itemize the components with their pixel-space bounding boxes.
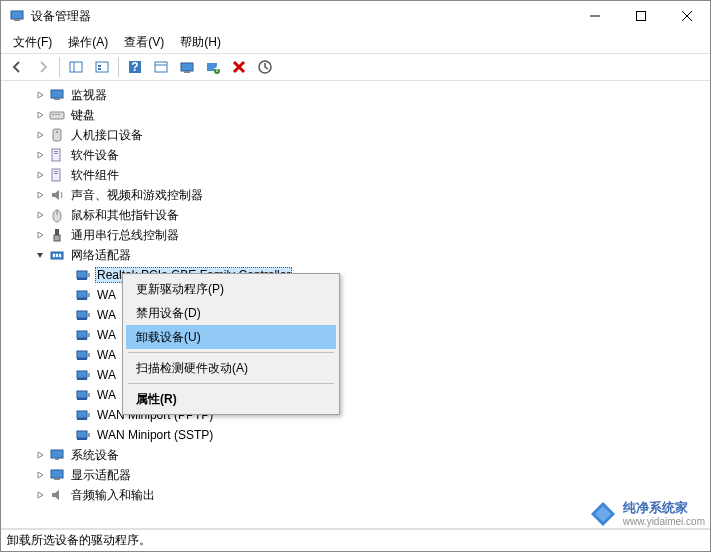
context-menu-item[interactable]: 禁用设备(D) xyxy=(126,301,336,325)
properties-button[interactable] xyxy=(149,55,173,79)
tree-item[interactable]: 人机接口设备 xyxy=(5,125,710,145)
svg-rect-10 xyxy=(98,68,101,70)
tree-item[interactable]: Realtek PCIe GBE Family Controller xyxy=(5,265,710,285)
context-menu-item[interactable]: 卸载设备(U) xyxy=(126,325,336,349)
tree-item-label: 显示适配器 xyxy=(69,466,133,485)
svg-rect-34 xyxy=(52,169,60,181)
watermark: 纯净系统家 www.yidaimei.com xyxy=(589,500,705,528)
maximize-button[interactable] xyxy=(618,1,664,31)
svg-rect-24 xyxy=(54,98,60,100)
svg-rect-65 xyxy=(77,398,87,400)
tree-item[interactable]: WA xyxy=(5,305,710,325)
chevron-right-icon[interactable] xyxy=(33,168,47,182)
update-driver-button[interactable] xyxy=(175,55,199,79)
chevron-down-icon[interactable] xyxy=(33,248,47,262)
tree-item-label: 音频输入和输出 xyxy=(69,486,157,505)
context-menu-item[interactable]: 扫描检测硬件改动(A) xyxy=(126,356,336,380)
tree-item[interactable]: WA xyxy=(5,365,710,385)
svg-point-30 xyxy=(56,131,58,133)
tree-spacer xyxy=(59,328,73,342)
chevron-right-icon[interactable] xyxy=(33,228,47,242)
svg-rect-52 xyxy=(77,311,87,318)
svg-rect-60 xyxy=(87,353,90,357)
svg-rect-15 xyxy=(181,63,193,71)
menu-help[interactable]: 帮助(H) xyxy=(172,32,229,53)
svg-rect-50 xyxy=(77,298,87,300)
tree-item[interactable]: 显示适配器 xyxy=(5,465,710,485)
close-button[interactable] xyxy=(664,1,710,31)
svg-rect-75 xyxy=(51,470,63,478)
menu-file[interactable]: 文件(F) xyxy=(5,32,60,53)
disable-button[interactable] xyxy=(253,55,277,79)
minimize-button[interactable] xyxy=(572,1,618,31)
up-button[interactable] xyxy=(90,55,114,79)
tree-item-label: WA xyxy=(95,307,118,323)
tree-item-label: 键盘 xyxy=(69,106,97,125)
svg-rect-56 xyxy=(77,338,87,340)
nic-icon xyxy=(75,347,91,363)
tree-item[interactable]: 声音、视频和游戏控制器 xyxy=(5,185,710,205)
tree-item[interactable]: WAN Miniport (SSTP) xyxy=(5,425,710,445)
svg-rect-74 xyxy=(55,458,59,460)
usb-icon xyxy=(49,227,65,243)
chevron-right-icon[interactable] xyxy=(33,88,47,102)
svg-rect-63 xyxy=(87,373,90,377)
chevron-right-icon[interactable] xyxy=(33,148,47,162)
system-icon xyxy=(49,447,65,463)
tree-scroll[interactable]: 监视器键盘人机接口设备软件设备软件组件声音、视频和游戏控制器鼠标和其他指针设备通… xyxy=(1,81,710,528)
svg-rect-44 xyxy=(56,254,58,257)
tree-item[interactable]: 系统设备 xyxy=(5,445,710,465)
back-button[interactable] xyxy=(5,55,29,79)
tree-item-label: 网络适配器 xyxy=(69,246,133,265)
svg-rect-61 xyxy=(77,371,87,378)
forward-button[interactable] xyxy=(31,55,55,79)
help-button[interactable]: ? xyxy=(123,55,147,79)
tree-spacer xyxy=(59,408,73,422)
tree-item[interactable]: WA xyxy=(5,285,710,305)
chevron-right-icon[interactable] xyxy=(33,488,47,502)
chevron-right-icon[interactable] xyxy=(33,188,47,202)
chevron-right-icon[interactable] xyxy=(33,108,47,122)
nic-icon xyxy=(75,327,91,343)
svg-rect-43 xyxy=(53,254,55,257)
tree-item[interactable]: 鼠标和其他指针设备 xyxy=(5,205,710,225)
mouse-icon xyxy=(49,207,65,223)
tree-item[interactable]: WAN Miniport (PPTP) xyxy=(5,405,710,425)
menu-action[interactable]: 操作(A) xyxy=(60,32,116,53)
nic-icon xyxy=(75,387,91,403)
svg-rect-46 xyxy=(77,271,87,278)
svg-rect-40 xyxy=(55,229,59,235)
nic-icon xyxy=(75,267,91,283)
context-menu-item[interactable]: 属性(R) xyxy=(126,387,336,411)
tree-spacer xyxy=(59,288,73,302)
svg-rect-51 xyxy=(87,293,90,297)
scan-hardware-button[interactable]: + xyxy=(201,55,225,79)
watermark-icon xyxy=(589,500,617,528)
uninstall-button[interactable] xyxy=(227,55,251,79)
tree-item[interactable]: 软件设备 xyxy=(5,145,710,165)
chevron-right-icon[interactable] xyxy=(33,208,47,222)
svg-rect-29 xyxy=(53,129,61,141)
show-hide-console-tree-button[interactable] xyxy=(64,55,88,79)
chevron-right-icon[interactable] xyxy=(33,468,47,482)
tree-item[interactable]: 键盘 xyxy=(5,105,710,125)
tree-item[interactable]: 监视器 xyxy=(5,85,710,105)
tree-item[interactable]: 软件组件 xyxy=(5,165,710,185)
tree-item[interactable]: 通用串行总线控制器 xyxy=(5,225,710,245)
svg-rect-59 xyxy=(77,358,87,360)
menu-view[interactable]: 查看(V) xyxy=(116,32,172,53)
chevron-right-icon[interactable] xyxy=(33,128,47,142)
tree-item[interactable]: WA xyxy=(5,385,710,405)
svg-text:+: + xyxy=(213,62,220,75)
tree-item[interactable]: WA xyxy=(5,345,710,365)
context-menu-item[interactable]: 更新驱动程序(P) xyxy=(126,277,336,301)
tree-spacer xyxy=(59,348,73,362)
tree-item[interactable]: WA xyxy=(5,325,710,345)
keyboard-icon xyxy=(49,107,65,123)
svg-rect-67 xyxy=(77,411,87,418)
chevron-right-icon[interactable] xyxy=(33,448,47,462)
tree-item-label: 声音、视频和游戏控制器 xyxy=(69,186,205,205)
tree-item[interactable]: 网络适配器 xyxy=(5,245,710,265)
svg-rect-32 xyxy=(54,151,58,152)
svg-rect-35 xyxy=(54,171,58,172)
